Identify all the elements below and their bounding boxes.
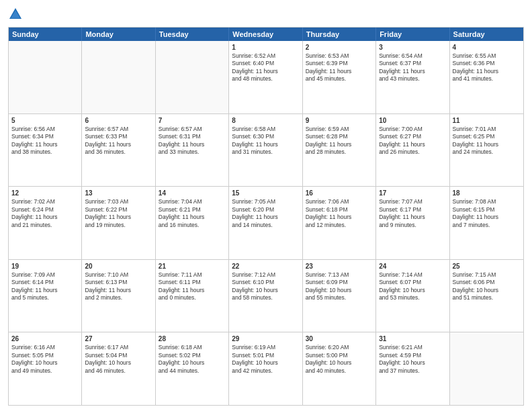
day-number: 25 [453, 262, 521, 271]
day-cell: 15Sunrise: 7:05 AM Sunset: 6:20 PM Dayli… [229, 187, 302, 259]
day-info: Sunrise: 6:21 AM Sunset: 4:59 PM Dayligh… [379, 344, 446, 375]
day-number: 31 [379, 334, 446, 343]
day-cell: 25Sunrise: 7:15 AM Sunset: 6:06 PM Dayli… [450, 260, 523, 332]
day-info: Sunrise: 7:02 AM Sunset: 6:24 PM Dayligh… [11, 198, 79, 229]
day-cell [450, 332, 523, 405]
day-info: Sunrise: 6:58 AM Sunset: 6:30 PM Dayligh… [232, 126, 299, 156]
day-cell: 30Sunrise: 6:20 AM Sunset: 5:00 PM Dayli… [303, 332, 376, 405]
day-cell: 8Sunrise: 6:58 AM Sunset: 6:30 PM Daylig… [229, 114, 302, 187]
day-number: 30 [306, 334, 373, 343]
day-cell: 20Sunrise: 7:10 AM Sunset: 6:13 PM Dayli… [82, 260, 155, 332]
day-headers: SundayMondayTuesdayWednesdayThursdayFrid… [9, 28, 523, 41]
day-info: Sunrise: 7:06 AM Sunset: 6:18 PM Dayligh… [306, 198, 373, 229]
day-cell [82, 41, 155, 113]
day-cell: 11Sunrise: 7:01 AM Sunset: 6:25 PM Dayli… [450, 114, 523, 187]
day-number: 17 [379, 189, 446, 197]
day-cell: 3Sunrise: 6:54 AM Sunset: 6:37 PM Daylig… [376, 41, 449, 113]
day-cell: 22Sunrise: 7:12 AM Sunset: 6:10 PM Dayli… [229, 260, 302, 332]
day-cell: 21Sunrise: 7:11 AM Sunset: 6:11 PM Dayli… [156, 260, 229, 332]
day-cell: 31Sunrise: 6:21 AM Sunset: 4:59 PM Dayli… [376, 332, 449, 405]
day-number: 2 [306, 43, 373, 52]
day-number: 10 [379, 116, 446, 125]
day-info: Sunrise: 7:14 AM Sunset: 6:07 PM Dayligh… [379, 271, 446, 302]
day-header: Thursday [303, 28, 376, 41]
day-cell: 26Sunrise: 6:16 AM Sunset: 5:05 PM Dayli… [9, 332, 82, 405]
day-cell: 7Sunrise: 6:57 AM Sunset: 6:31 PM Daylig… [156, 114, 229, 187]
day-cell: 13Sunrise: 7:03 AM Sunset: 6:22 PM Dayli… [82, 187, 155, 259]
day-cell: 17Sunrise: 7:07 AM Sunset: 6:17 PM Dayli… [376, 187, 449, 259]
day-info: Sunrise: 6:16 AM Sunset: 5:05 PM Dayligh… [11, 344, 79, 375]
day-cell: 27Sunrise: 6:17 AM Sunset: 5:04 PM Dayli… [82, 332, 155, 405]
day-info: Sunrise: 6:52 AM Sunset: 6:40 PM Dayligh… [232, 52, 299, 83]
day-cell: 23Sunrise: 7:13 AM Sunset: 6:09 PM Dayli… [303, 260, 376, 332]
day-cell: 16Sunrise: 7:06 AM Sunset: 6:18 PM Dayli… [303, 187, 376, 259]
day-info: Sunrise: 7:04 AM Sunset: 6:21 PM Dayligh… [159, 198, 226, 229]
day-info: Sunrise: 6:59 AM Sunset: 6:28 PM Dayligh… [306, 126, 373, 156]
day-cell: 5Sunrise: 6:56 AM Sunset: 6:34 PM Daylig… [9, 114, 82, 187]
day-cell: 24Sunrise: 7:14 AM Sunset: 6:07 PM Dayli… [376, 260, 449, 332]
day-info: Sunrise: 6:19 AM Sunset: 5:01 PM Dayligh… [232, 344, 299, 375]
week-row: 26Sunrise: 6:16 AM Sunset: 5:05 PM Dayli… [9, 332, 523, 405]
day-header: Friday [376, 28, 449, 41]
day-header: Saturday [450, 28, 523, 41]
day-number: 18 [453, 189, 521, 197]
day-number: 23 [306, 262, 373, 271]
week-row: 12Sunrise: 7:02 AM Sunset: 6:24 PM Dayli… [9, 186, 523, 259]
day-number: 22 [232, 262, 299, 271]
day-cell: 29Sunrise: 6:19 AM Sunset: 5:01 PM Dayli… [229, 332, 302, 405]
day-cell [156, 41, 229, 113]
day-info: Sunrise: 6:17 AM Sunset: 5:04 PM Dayligh… [85, 344, 152, 375]
day-header: Wednesday [229, 28, 302, 41]
day-number: 19 [11, 262, 79, 271]
logo [8, 7, 26, 21]
day-number: 11 [453, 116, 521, 125]
day-header: Tuesday [156, 28, 229, 41]
day-number: 13 [85, 189, 152, 197]
day-number: 16 [306, 189, 373, 197]
day-header: Sunday [9, 28, 82, 41]
day-cell: 14Sunrise: 7:04 AM Sunset: 6:21 PM Dayli… [156, 187, 229, 259]
day-cell: 10Sunrise: 7:00 AM Sunset: 6:27 PM Dayli… [376, 114, 449, 187]
day-info: Sunrise: 6:55 AM Sunset: 6:36 PM Dayligh… [453, 52, 521, 83]
day-info: Sunrise: 6:20 AM Sunset: 5:00 PM Dayligh… [306, 344, 373, 375]
day-cell: 6Sunrise: 6:57 AM Sunset: 6:33 PM Daylig… [82, 114, 155, 187]
day-cell: 12Sunrise: 7:02 AM Sunset: 6:24 PM Dayli… [9, 187, 82, 259]
day-cell: 18Sunrise: 7:08 AM Sunset: 6:15 PM Dayli… [450, 187, 523, 259]
day-info: Sunrise: 7:01 AM Sunset: 6:25 PM Dayligh… [453, 126, 521, 156]
day-number: 20 [85, 262, 152, 271]
day-header: Monday [82, 28, 155, 41]
day-info: Sunrise: 7:07 AM Sunset: 6:17 PM Dayligh… [379, 198, 446, 229]
day-cell: 28Sunrise: 6:18 AM Sunset: 5:02 PM Dayli… [156, 332, 229, 405]
weeks: 1Sunrise: 6:52 AM Sunset: 6:40 PM Daylig… [9, 41, 523, 405]
day-info: Sunrise: 6:57 AM Sunset: 6:33 PM Dayligh… [85, 126, 152, 156]
day-info: Sunrise: 6:18 AM Sunset: 5:02 PM Dayligh… [159, 344, 226, 375]
day-number: 27 [85, 334, 152, 343]
day-info: Sunrise: 7:13 AM Sunset: 6:09 PM Dayligh… [306, 271, 373, 302]
day-number: 28 [159, 334, 226, 343]
day-info: Sunrise: 7:00 AM Sunset: 6:27 PM Dayligh… [379, 126, 446, 156]
day-number: 5 [11, 116, 79, 125]
day-cell [9, 41, 82, 113]
day-number: 21 [159, 262, 226, 271]
day-info: Sunrise: 7:11 AM Sunset: 6:11 PM Dayligh… [159, 271, 226, 302]
day-number: 12 [11, 189, 79, 197]
day-info: Sunrise: 7:15 AM Sunset: 6:06 PM Dayligh… [453, 271, 521, 302]
day-number: 29 [232, 334, 299, 343]
day-cell: 19Sunrise: 7:09 AM Sunset: 6:14 PM Dayli… [9, 260, 82, 332]
day-number: 3 [379, 43, 446, 52]
day-info: Sunrise: 7:03 AM Sunset: 6:22 PM Dayligh… [85, 198, 152, 229]
page-container: SundayMondayTuesdayWednesdayThursdayFrid… [0, 0, 532, 411]
day-number: 15 [232, 189, 299, 197]
day-info: Sunrise: 7:08 AM Sunset: 6:15 PM Dayligh… [453, 198, 521, 229]
day-number: 14 [159, 189, 226, 197]
day-number: 7 [159, 116, 226, 125]
day-number: 4 [453, 43, 521, 52]
day-cell: 9Sunrise: 6:59 AM Sunset: 6:28 PM Daylig… [303, 114, 376, 187]
day-number: 1 [232, 43, 299, 52]
day-info: Sunrise: 6:53 AM Sunset: 6:39 PM Dayligh… [306, 52, 373, 83]
day-info: Sunrise: 7:12 AM Sunset: 6:10 PM Dayligh… [232, 271, 299, 302]
week-row: 5Sunrise: 6:56 AM Sunset: 6:34 PM Daylig… [9, 113, 523, 187]
week-row: 19Sunrise: 7:09 AM Sunset: 6:14 PM Dayli… [9, 259, 523, 332]
logo-icon [8, 7, 23, 21]
week-row: 1Sunrise: 6:52 AM Sunset: 6:40 PM Daylig… [9, 41, 523, 113]
